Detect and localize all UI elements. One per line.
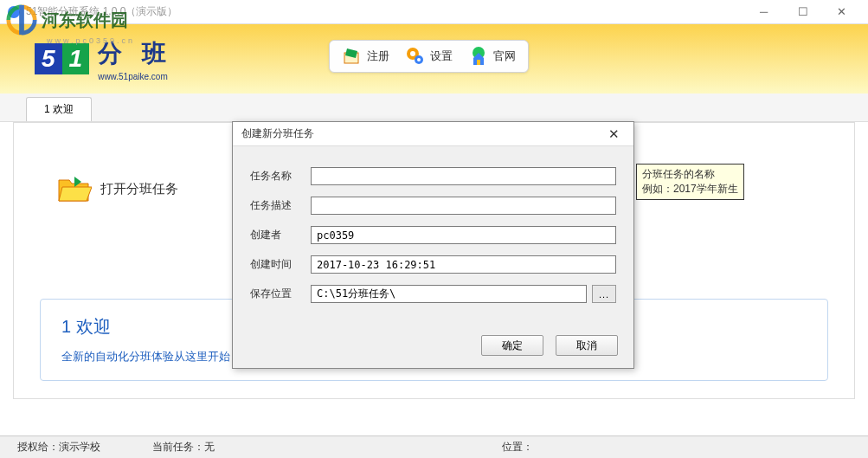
svg-rect-0: [19, 5, 24, 35]
gear-icon: [405, 46, 426, 67]
create-time-label: 创建时间: [250, 257, 311, 272]
task-name-input[interactable]: [311, 167, 616, 185]
logo-url: www.51paike.com: [98, 72, 173, 81]
window-title: 51智能分班系统 1.0.0（演示版）: [26, 4, 744, 19]
open-task-label: 打开分班任务: [100, 181, 178, 197]
save-location-label: 保存位置: [250, 287, 311, 301]
toolbar: 注册 设置 官网: [329, 40, 529, 73]
register-label: 注册: [367, 48, 389, 64]
tab-bar: 1 欢迎: [0, 94, 868, 122]
website-label: 官网: [493, 48, 516, 64]
tab-welcome[interactable]: 1 欢迎: [26, 97, 92, 121]
creator-label: 创建者: [250, 228, 311, 242]
settings-label: 设置: [430, 48, 453, 64]
status-licensed: 授权给：演示学校: [17, 440, 100, 455]
dialog-close-button[interactable]: ✕: [602, 125, 625, 144]
settings-button[interactable]: 设置: [405, 46, 453, 67]
watermark-url: www.pc0359.cn: [47, 36, 135, 45]
task-desc-label: 任务描述: [250, 198, 311, 213]
ok-button[interactable]: 确定: [481, 335, 543, 356]
task-name-label: 任务名称: [250, 169, 311, 184]
watermark-overlay: 河东软件园 www.pc0359.cn: [5, 3, 128, 36]
svg-rect-8: [477, 60, 480, 65]
logo-51-icon: 51: [35, 43, 89, 74]
creator-input[interactable]: [311, 226, 616, 244]
status-current-task: 当前任务：无: [152, 440, 450, 455]
minimize-button[interactable]: ─: [744, 0, 783, 24]
dialog-title-bar: 创建新分班任务 ✕: [233, 122, 633, 146]
svg-point-4: [410, 51, 415, 56]
home-icon: [468, 46, 489, 67]
dialog-title: 创建新分班任务: [241, 126, 602, 141]
task-desc-input[interactable]: [311, 197, 616, 215]
window-title-bar: 51智能分班系统 1.0.0（演示版） ─ ☐ ✕: [0, 0, 868, 24]
cancel-button[interactable]: 取消: [556, 335, 618, 356]
maximize-button[interactable]: ☐: [783, 0, 822, 24]
status-location: 位置：: [502, 440, 800, 455]
header: 51 分 班 www.51paike.com 注册 设置 官网: [0, 24, 868, 94]
register-icon: [342, 46, 363, 67]
website-button[interactable]: 官网: [468, 46, 516, 67]
browse-button[interactable]: ...: [592, 285, 616, 303]
folder-icon: [57, 175, 92, 203]
create-task-dialog: 创建新分班任务 ✕ 任务名称 任务描述 创建者 创建时间 保存位置 ... 确定…: [232, 121, 634, 369]
svg-point-6: [417, 58, 421, 61]
watermark-logo-icon: [5, 3, 38, 36]
status-bar: 授权给：演示学校 当前任务：无 位置：: [0, 435, 868, 458]
save-location-input[interactable]: [311, 285, 587, 303]
close-button[interactable]: ✕: [822, 0, 861, 24]
watermark-text: 河东软件园: [42, 9, 128, 32]
create-time-input[interactable]: [311, 255, 616, 274]
register-button[interactable]: 注册: [342, 46, 389, 67]
task-name-tooltip: 分班任务的名称 例如：2017学年新生: [636, 164, 744, 200]
